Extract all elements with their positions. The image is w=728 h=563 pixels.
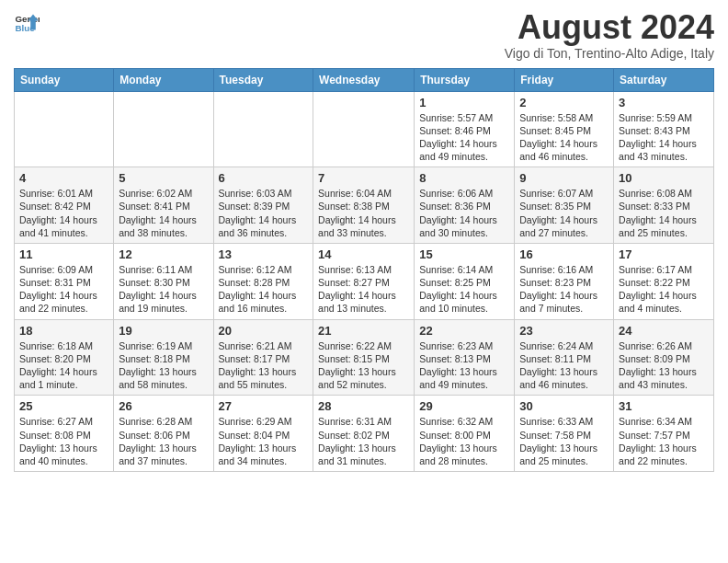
calendar-cell: 21Sunrise: 6:22 AMSunset: 8:15 PMDayligh…: [313, 319, 415, 396]
calendar-cell: [114, 91, 213, 167]
day-info: Sunrise: 6:09 AMSunset: 8:31 PMDaylight:…: [19, 263, 108, 316]
calendar-cell: 15Sunrise: 6:14 AMSunset: 8:25 PMDayligh…: [415, 243, 515, 319]
calendar-cell: 29Sunrise: 6:32 AMSunset: 8:00 PMDayligh…: [415, 396, 515, 472]
day-info: Sunrise: 6:11 AMSunset: 8:30 PMDaylight:…: [119, 263, 208, 316]
calendar-cell: 1Sunrise: 5:57 AMSunset: 8:46 PMDaylight…: [415, 91, 515, 167]
day-number: 20: [219, 324, 309, 338]
day-number: 28: [318, 399, 409, 413]
calendar-cell: 13Sunrise: 6:12 AMSunset: 8:28 PMDayligh…: [213, 243, 313, 319]
day-info: Sunrise: 6:16 AMSunset: 8:23 PMDaylight:…: [519, 263, 609, 316]
day-info: Sunrise: 6:19 AMSunset: 8:18 PMDaylight:…: [119, 339, 208, 392]
logo: General Blue: [14, 9, 40, 35]
day-info: Sunrise: 5:59 AMSunset: 8:43 PMDaylight:…: [619, 111, 709, 164]
calendar-cell: 9Sunrise: 6:07 AMSunset: 8:35 PMDaylight…: [515, 167, 614, 244]
day-info: Sunrise: 6:27 AMSunset: 8:08 PMDaylight:…: [19, 415, 108, 467]
day-number: 6: [219, 171, 309, 185]
day-number: 21: [318, 324, 409, 338]
calendar-week-row: 4Sunrise: 6:01 AMSunset: 8:42 PMDaylight…: [15, 167, 714, 244]
day-number: 24: [619, 324, 709, 338]
day-info: Sunrise: 6:24 AMSunset: 8:11 PMDaylight:…: [519, 339, 609, 392]
day-of-week-header: Sunday: [15, 68, 114, 91]
day-info: Sunrise: 6:14 AMSunset: 8:25 PMDaylight:…: [419, 263, 509, 316]
day-info: Sunrise: 6:13 AMSunset: 8:27 PMDaylight:…: [318, 263, 409, 316]
header: General Blue August 2024 Vigo di Ton, Tr…: [14, 9, 714, 61]
calendar-cell: 27Sunrise: 6:29 AMSunset: 8:04 PMDayligh…: [213, 396, 313, 472]
day-number: 12: [119, 247, 208, 261]
day-number: 18: [19, 324, 108, 338]
day-info: Sunrise: 5:57 AMSunset: 8:46 PMDaylight:…: [419, 111, 509, 164]
day-of-week-header: Tuesday: [213, 68, 313, 91]
day-info: Sunrise: 6:08 AMSunset: 8:33 PMDaylight:…: [619, 187, 709, 239]
day-number: 26: [119, 399, 208, 413]
day-info: Sunrise: 6:06 AMSunset: 8:36 PMDaylight:…: [419, 187, 509, 239]
day-number: 8: [419, 171, 509, 185]
day-info: Sunrise: 6:12 AMSunset: 8:28 PMDaylight:…: [219, 263, 309, 316]
calendar-cell: 18Sunrise: 6:18 AMSunset: 8:20 PMDayligh…: [15, 319, 114, 396]
calendar-cell: 5Sunrise: 6:02 AMSunset: 8:41 PMDaylight…: [114, 167, 213, 244]
day-info: Sunrise: 6:34 AMSunset: 7:57 PMDaylight:…: [619, 415, 709, 467]
calendar-cell: 10Sunrise: 6:08 AMSunset: 8:33 PMDayligh…: [614, 167, 714, 244]
day-number: 25: [19, 399, 108, 413]
calendar-week-row: 18Sunrise: 6:18 AMSunset: 8:20 PMDayligh…: [15, 319, 714, 396]
day-number: 16: [519, 247, 609, 261]
day-number: 27: [219, 399, 309, 413]
calendar-cell: [313, 91, 415, 167]
day-info: Sunrise: 6:23 AMSunset: 8:13 PMDaylight:…: [419, 339, 509, 392]
day-number: 29: [419, 399, 509, 413]
day-number: 5: [119, 171, 208, 185]
day-number: 2: [519, 96, 609, 109]
day-info: Sunrise: 6:04 AMSunset: 8:38 PMDaylight:…: [318, 187, 409, 239]
calendar-cell: 24Sunrise: 6:26 AMSunset: 8:09 PMDayligh…: [614, 319, 714, 396]
calendar-cell: 2Sunrise: 5:58 AMSunset: 8:45 PMDaylight…: [515, 91, 614, 167]
day-number: 14: [318, 247, 409, 261]
calendar-cell: 12Sunrise: 6:11 AMSunset: 8:30 PMDayligh…: [114, 243, 213, 319]
calendar-cell: 19Sunrise: 6:19 AMSunset: 8:18 PMDayligh…: [114, 319, 213, 396]
day-number: 9: [519, 171, 609, 185]
day-number: 10: [619, 171, 709, 185]
day-info: Sunrise: 6:01 AMSunset: 8:42 PMDaylight:…: [19, 187, 108, 239]
month-year-title: August 2024: [505, 9, 714, 46]
day-info: Sunrise: 6:03 AMSunset: 8:39 PMDaylight:…: [219, 187, 309, 239]
day-info: Sunrise: 6:32 AMSunset: 8:00 PMDaylight:…: [419, 415, 509, 467]
day-info: Sunrise: 6:26 AMSunset: 8:09 PMDaylight:…: [619, 339, 709, 392]
day-number: 15: [419, 247, 509, 261]
day-info: Sunrise: 6:29 AMSunset: 8:04 PMDaylight:…: [219, 415, 309, 467]
day-of-week-header: Saturday: [614, 68, 714, 91]
day-number: 11: [19, 247, 108, 261]
day-info: Sunrise: 6:31 AMSunset: 8:02 PMDaylight:…: [318, 415, 409, 467]
day-of-week-header: Thursday: [415, 68, 515, 91]
calendar-week-row: 1Sunrise: 5:57 AMSunset: 8:46 PMDaylight…: [15, 91, 714, 167]
day-number: 7: [318, 171, 409, 185]
day-number: 1: [419, 96, 509, 109]
day-of-week-header: Monday: [114, 68, 213, 91]
logo-icon: General Blue: [14, 9, 40, 35]
day-number: 17: [619, 247, 709, 261]
day-number: 4: [19, 171, 108, 185]
calendar-cell: 6Sunrise: 6:03 AMSunset: 8:39 PMDaylight…: [213, 167, 313, 244]
calendar-cell: 14Sunrise: 6:13 AMSunset: 8:27 PMDayligh…: [313, 243, 415, 319]
day-of-week-header: Friday: [515, 68, 614, 91]
calendar-cell: 28Sunrise: 6:31 AMSunset: 8:02 PMDayligh…: [313, 396, 415, 472]
calendar-cell: 31Sunrise: 6:34 AMSunset: 7:57 PMDayligh…: [614, 396, 714, 472]
calendar-cell: 25Sunrise: 6:27 AMSunset: 8:08 PMDayligh…: [15, 396, 114, 472]
calendar-cell: 3Sunrise: 5:59 AMSunset: 8:43 PMDaylight…: [614, 91, 714, 167]
day-number: 23: [519, 324, 609, 338]
calendar-cell: 23Sunrise: 6:24 AMSunset: 8:11 PMDayligh…: [515, 319, 614, 396]
calendar-cell: 26Sunrise: 6:28 AMSunset: 8:06 PMDayligh…: [114, 396, 213, 472]
day-info: Sunrise: 6:07 AMSunset: 8:35 PMDaylight:…: [519, 187, 609, 239]
title-area: August 2024 Vigo di Ton, Trentino-Alto A…: [505, 9, 714, 61]
calendar-cell: 8Sunrise: 6:06 AMSunset: 8:36 PMDaylight…: [415, 167, 515, 244]
calendar-body: 1Sunrise: 5:57 AMSunset: 8:46 PMDaylight…: [15, 91, 714, 471]
calendar-cell: 4Sunrise: 6:01 AMSunset: 8:42 PMDaylight…: [15, 167, 114, 244]
day-number: 22: [419, 324, 509, 338]
calendar-cell: 17Sunrise: 6:17 AMSunset: 8:22 PMDayligh…: [614, 243, 714, 319]
day-number: 3: [619, 96, 709, 109]
calendar-week-row: 25Sunrise: 6:27 AMSunset: 8:08 PMDayligh…: [15, 396, 714, 472]
calendar-cell: 16Sunrise: 6:16 AMSunset: 8:23 PMDayligh…: [515, 243, 614, 319]
day-info: Sunrise: 5:58 AMSunset: 8:45 PMDaylight:…: [519, 111, 609, 164]
day-number: 13: [219, 247, 309, 261]
day-number: 30: [519, 399, 609, 413]
calendar-week-row: 11Sunrise: 6:09 AMSunset: 8:31 PMDayligh…: [15, 243, 714, 319]
day-number: 31: [619, 399, 709, 413]
calendar-cell: 7Sunrise: 6:04 AMSunset: 8:38 PMDaylight…: [313, 167, 415, 244]
